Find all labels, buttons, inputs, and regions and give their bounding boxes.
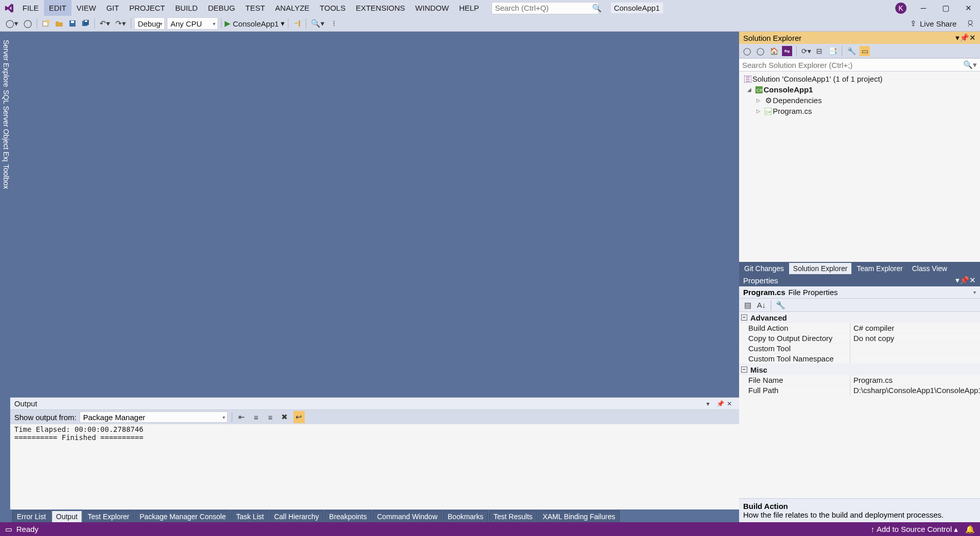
collapse-icon[interactable]: ◢ xyxy=(747,87,754,92)
toolbar-overflow[interactable]: ⁝ xyxy=(328,17,339,30)
sln-back-icon[interactable]: ◯ xyxy=(742,46,752,56)
right-tab-class-view[interactable]: Class View xyxy=(908,263,951,274)
sln-fwd-icon[interactable]: ◯ xyxy=(755,46,766,56)
nav-back-button[interactable]: ◯▾ xyxy=(4,17,20,30)
prop-category[interactable]: −Advanced xyxy=(739,312,980,323)
right-tab-team-explorer[interactable]: Team Explorer xyxy=(852,263,906,274)
menu-test[interactable]: TEST xyxy=(240,0,270,16)
close-button[interactable]: ✕ xyxy=(963,3,974,14)
menu-edit[interactable]: EDIT xyxy=(44,0,71,16)
live-share-button[interactable]: ⇪ Live Share xyxy=(910,19,957,28)
step-button[interactable] xyxy=(291,17,303,30)
panel-close-icon[interactable]: ✕ xyxy=(727,400,735,407)
prop-value[interactable]: Do not copy xyxy=(850,333,980,344)
server-explorer-tab[interactable]: Server Explorer xyxy=(1,37,11,92)
output-wordwrap-button[interactable]: ↩ xyxy=(293,411,305,423)
output-clear-button[interactable]: ✖ xyxy=(279,411,290,423)
panel-pin-icon[interactable]: 📌 xyxy=(717,400,725,407)
platform-combo[interactable]: Any CPU xyxy=(167,17,218,30)
quick-search[interactable]: 🔍 xyxy=(492,2,599,14)
prop-row[interactable]: Custom Tool Namespace xyxy=(739,354,980,364)
account-avatar[interactable]: K xyxy=(895,3,906,14)
bottom-tab-error-list[interactable]: Error List xyxy=(12,510,51,522)
prop-categorize-button[interactable]: ▤ xyxy=(742,299,753,311)
config-combo[interactable]: Debug xyxy=(134,17,165,30)
right-tab-solution-explorer[interactable]: Solution Explorer xyxy=(789,263,852,274)
notifications-bell[interactable]: 🔔 xyxy=(965,525,975,534)
maximize-button[interactable]: ▢ xyxy=(940,3,951,14)
sln-preview-icon[interactable]: ▭ xyxy=(860,46,870,56)
bottom-tab-package-manager-console[interactable]: Package Manager Console xyxy=(135,510,231,522)
prop-alpha-button[interactable]: A↓ xyxy=(755,299,768,311)
bottom-tab-test-explorer[interactable]: Test Explorer xyxy=(83,510,134,522)
source-control-button[interactable]: ↑Add to Source Control ▴ xyxy=(871,525,958,534)
bottom-tab-output[interactable]: Output xyxy=(52,510,82,522)
menu-help[interactable]: HELP xyxy=(454,0,484,16)
redo-button[interactable]: ↷▾ xyxy=(114,17,128,30)
output-source-combo[interactable]: Package Manager xyxy=(80,411,228,423)
toolbox-tab[interactable]: Toolbox xyxy=(1,161,11,192)
find-in-files-button[interactable]: 🔍▾ xyxy=(309,17,326,30)
tree-solution-root[interactable]: Solution 'ConsoleApp1' (1 of 1 project) xyxy=(739,74,980,84)
prop-category[interactable]: −Misc xyxy=(739,364,980,375)
bottom-tab-task-list[interactable]: Task List xyxy=(231,510,268,522)
menu-tools[interactable]: TOOLS xyxy=(314,0,351,16)
sln-home-icon[interactable]: 🏠 xyxy=(769,46,779,56)
sln-collapse-icon[interactable]: ⊟ xyxy=(814,46,824,56)
bottom-tab-call-hierarchy[interactable]: Call Hierarchy xyxy=(270,510,324,522)
bottom-tab-bookmarks[interactable]: Bookmarks xyxy=(443,510,488,522)
sln-search-input[interactable] xyxy=(742,61,963,69)
nav-fwd-button[interactable]: ◯ xyxy=(22,17,34,30)
prop-close-icon[interactable]: ✕ xyxy=(969,276,976,285)
output-next-button[interactable]: ≡ xyxy=(265,411,276,423)
undo-button[interactable]: ↶▾ xyxy=(98,17,112,30)
prop-value[interactable]: C# compiler xyxy=(850,323,980,333)
tree-program-cs[interactable]: ▷ C# Program.cs xyxy=(739,106,980,116)
menu-extensions[interactable]: EXTENSIONS xyxy=(351,0,410,16)
output-find-button[interactable]: ⇤ xyxy=(236,411,248,423)
right-tab-git-changes[interactable]: Git Changes xyxy=(740,263,788,274)
menu-build[interactable]: BUILD xyxy=(170,0,203,16)
collapse-box-icon[interactable]: − xyxy=(741,367,747,373)
expand-icon[interactable]: ▷ xyxy=(756,108,764,114)
sln-dropdown-icon[interactable]: ▾ xyxy=(955,33,960,42)
menu-project[interactable]: PROJECT xyxy=(124,0,170,16)
sln-sync-icon[interactable]: ⇋ xyxy=(782,46,792,56)
menu-debug[interactable]: DEBUG xyxy=(203,0,240,16)
menu-file[interactable]: FILE xyxy=(17,0,44,16)
feedback-button[interactable] xyxy=(965,17,976,30)
output-body[interactable]: Time Elapsed: 00:00:00.2788746 =========… xyxy=(10,424,739,509)
menu-git[interactable]: GIT xyxy=(101,0,124,16)
output-prev-button[interactable]: ≡ xyxy=(251,411,262,423)
prop-value[interactable]: D:\csharp\ConsoleApp1\ConsoleApp1\Progr xyxy=(850,385,980,396)
menu-window[interactable]: WINDOW xyxy=(410,0,454,16)
prop-pin-icon[interactable]: 📌 xyxy=(960,276,969,285)
prop-row[interactable]: Custom Tool xyxy=(739,344,980,354)
save-button[interactable] xyxy=(67,17,78,30)
sln-close-icon[interactable]: ✕ xyxy=(969,33,976,42)
sln-properties-icon[interactable]: 🔧 xyxy=(846,46,856,56)
bottom-tab-command-window[interactable]: Command Window xyxy=(373,510,442,522)
minimize-button[interactable]: ─ xyxy=(918,3,929,14)
prop-value[interactable]: Program.cs xyxy=(850,375,980,385)
prop-pages-button[interactable]: 🔧 xyxy=(774,299,787,311)
prop-row[interactable]: Build ActionC# compiler xyxy=(739,323,980,333)
sln-refresh-icon[interactable]: ⟳▾ xyxy=(801,46,811,56)
open-file-button[interactable] xyxy=(54,17,65,30)
menu-analyze[interactable]: ANALYZE xyxy=(270,0,314,16)
panel-dropdown-icon[interactable]: ▾ xyxy=(706,400,715,407)
bottom-tab-test-results[interactable]: Test Results xyxy=(489,510,537,522)
collapse-box-icon[interactable]: − xyxy=(741,314,747,321)
expand-icon[interactable]: ▷ xyxy=(756,98,764,103)
new-project-button[interactable] xyxy=(40,17,52,30)
prop-row[interactable]: Full PathD:\csharp\ConsoleApp1\ConsoleAp… xyxy=(739,385,980,396)
menu-view[interactable]: VIEW xyxy=(71,0,101,16)
prop-row[interactable]: File NameProgram.cs xyxy=(739,375,980,385)
tree-dependencies[interactable]: ▷ ⚙ Dependencies xyxy=(739,95,980,106)
bottom-tab-breakpoints[interactable]: Breakpoints xyxy=(325,510,372,522)
prop-value[interactable] xyxy=(850,354,980,364)
prop-value[interactable] xyxy=(850,344,980,354)
quick-search-input[interactable] xyxy=(495,4,592,12)
prop-dropdown-icon[interactable]: ▾ xyxy=(955,276,960,285)
save-all-button[interactable] xyxy=(80,17,91,30)
